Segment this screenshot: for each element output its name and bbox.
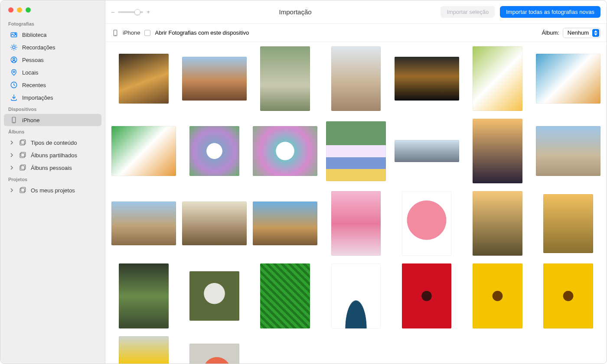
thumbnail-grid[interactable] (105, 42, 607, 364)
thumbnail-cell[interactable] (465, 336, 530, 364)
photo-thumbnail[interactable] (473, 46, 522, 111)
photo-thumbnail[interactable] (119, 263, 169, 328)
zoom-out-icon[interactable]: – (111, 9, 114, 15)
thumbnail-cell[interactable] (323, 263, 388, 328)
thumbnail-cell[interactable] (182, 263, 247, 328)
zoom-in-icon[interactable]: + (147, 9, 150, 15)
photo-thumbnail[interactable] (331, 191, 381, 256)
sidebar-item-label: Pessoas (22, 57, 44, 63)
close-window-button[interactable] (8, 7, 13, 13)
thumbnail-cell[interactable] (182, 119, 247, 183)
thumbnail-cell[interactable] (395, 119, 459, 183)
thumbnail-cell[interactable] (323, 191, 388, 256)
thumbnail-cell[interactable] (395, 263, 459, 328)
photo-thumbnail[interactable] (402, 263, 452, 328)
photo-thumbnail[interactable] (111, 126, 176, 176)
photo-thumbnail[interactable] (189, 271, 239, 321)
photo-thumbnail[interactable] (182, 57, 247, 101)
photo-thumbnail[interactable] (326, 121, 386, 181)
thumbnail-cell[interactable] (536, 46, 600, 111)
chevron-right-icon (10, 140, 15, 146)
photo-thumbnail[interactable] (331, 263, 381, 328)
thumbnail-cell[interactable] (253, 119, 317, 183)
people-icon (10, 56, 18, 64)
thumbnail-cell[interactable] (253, 263, 317, 328)
zoom-control[interactable]: – + (111, 9, 150, 15)
thumbnail-cell[interactable] (536, 336, 600, 364)
photo-thumbnail[interactable] (182, 202, 247, 245)
svg-point-4 (13, 58, 15, 60)
open-with-device-checkbox[interactable] (144, 30, 150, 36)
chevron-right-icon (10, 165, 15, 171)
thumbnail-cell[interactable] (182, 46, 247, 111)
sidebar-section-title: Álbuns (0, 127, 105, 136)
memories-icon (10, 43, 18, 51)
zoom-slider-knob[interactable] (134, 9, 140, 15)
sidebar-item-álbuns-pessoais[interactable]: Álbuns pessoais (4, 162, 101, 174)
sidebar-item-os-meus-projetos[interactable]: Os meus projetos (4, 184, 101, 196)
thumbnail-cell[interactable] (465, 263, 530, 328)
sidebar-item-recentes[interactable]: Recentes (4, 79, 101, 91)
photo-thumbnail[interactable] (260, 263, 310, 328)
photo-thumbnail[interactable] (189, 344, 239, 364)
photo-thumbnail[interactable] (543, 263, 593, 328)
thumbnail-cell[interactable] (465, 46, 530, 111)
zoom-slider[interactable] (118, 11, 143, 13)
photo-thumbnail[interactable] (111, 202, 176, 245)
minimize-window-button[interactable] (17, 7, 22, 13)
thumbnail-cell[interactable] (182, 191, 247, 256)
thumbnail-cell[interactable] (111, 336, 176, 364)
photo-thumbnail[interactable] (395, 140, 459, 162)
thumbnail-cell[interactable] (253, 336, 317, 364)
thumbnail-cell[interactable] (323, 336, 388, 364)
thumbnail-cell[interactable] (111, 119, 176, 183)
sidebar-item-importações[interactable]: Importações (4, 91, 101, 104)
thumbnail-cell[interactable] (395, 191, 459, 256)
sidebar-item-recordações[interactable]: Recordações (4, 41, 101, 53)
album-select[interactable]: Nenhum (563, 28, 600, 38)
photo-thumbnail[interactable] (253, 126, 317, 176)
thumbnail-cell[interactable] (253, 46, 317, 111)
photo-thumbnail[interactable] (543, 194, 593, 253)
photo-thumbnail[interactable] (331, 46, 381, 111)
sidebar-item-iphone[interactable]: iPhone (4, 114, 101, 126)
sidebar-item-locais[interactable]: Locais (4, 66, 101, 78)
thumbnail-cell[interactable] (111, 46, 176, 111)
photo-thumbnail[interactable] (473, 191, 522, 256)
thumbnail-cell[interactable] (111, 191, 176, 256)
thumbnail-cell[interactable] (465, 119, 530, 183)
thumbnail-cell[interactable] (253, 191, 317, 256)
sidebar-item-label: iPhone (22, 117, 39, 124)
photo-thumbnail[interactable] (402, 191, 452, 256)
thumbnail-cell[interactable] (395, 46, 459, 111)
sidebar-item-tipos-de-conteúdo[interactable]: Tipos de conteúdo (4, 136, 101, 149)
sidebar-item-pessoas[interactable]: Pessoas (4, 54, 101, 66)
import-all-button[interactable]: Importar todas as fotografias novas (500, 6, 600, 18)
thumbnail-cell[interactable] (395, 336, 459, 364)
import-selection-button[interactable]: Importar seleção (441, 6, 495, 18)
thumbnail-cell[interactable] (323, 119, 388, 183)
sidebar-section-title: Fotografias (0, 19, 105, 28)
photo-thumbnail[interactable] (119, 54, 169, 104)
thumbnail-cell[interactable] (323, 46, 388, 111)
photo-thumbnail[interactable] (260, 46, 310, 111)
sidebar-item-biblioteca[interactable]: Biblioteca (4, 29, 101, 41)
photo-thumbnail[interactable] (536, 126, 600, 176)
sidebar-item-álbuns-partilhados[interactable]: Álbuns partilhados (4, 149, 101, 161)
thumbnail-cell[interactable] (465, 191, 530, 256)
photo-thumbnail[interactable] (473, 119, 522, 183)
maximize-window-button[interactable] (26, 7, 31, 13)
photo-thumbnail[interactable] (536, 54, 600, 104)
thumbnail-cell[interactable] (182, 336, 247, 364)
photo-thumbnail[interactable] (395, 57, 459, 101)
photo-thumbnail[interactable] (253, 202, 317, 245)
thumbnail-cell[interactable] (536, 119, 600, 183)
thumbnail-cell[interactable] (536, 263, 600, 328)
thumbnail-cell[interactable] (111, 263, 176, 328)
thumbnail-cell[interactable] (536, 191, 600, 256)
photo-thumbnail[interactable] (473, 263, 522, 328)
toolbar: – + Importação Importar seleção Importar… (105, 0, 607, 24)
places-icon (10, 68, 18, 76)
photo-thumbnail[interactable] (189, 126, 239, 176)
photo-thumbnail[interactable] (119, 336, 169, 364)
